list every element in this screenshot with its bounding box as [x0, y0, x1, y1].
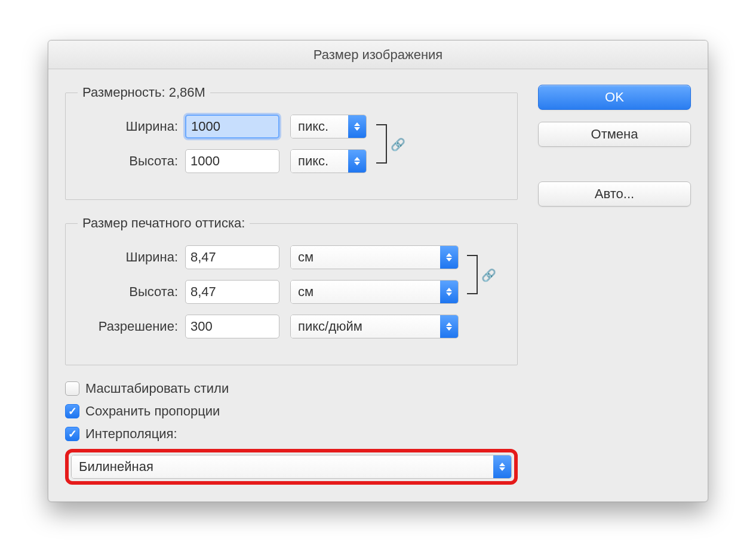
doc-height-input[interactable]: [185, 280, 279, 304]
interpolation-value: Билинейная: [72, 455, 493, 478]
link-icon: 🔗: [391, 137, 405, 152]
doc-height-unit-select[interactable]: см: [290, 280, 459, 304]
doc-width-label: Ширина:: [78, 250, 185, 265]
resample-checkbox[interactable]: ✓: [65, 427, 79, 441]
pixel-width-input[interactable]: [185, 115, 279, 138]
stepper-arrows-icon: [493, 455, 511, 478]
stepper-arrows-icon: [348, 150, 366, 173]
resolution-input[interactable]: [185, 315, 279, 338]
pixel-dimensions-group: Размерность: 2,86M Ширина: пикс. Высота:: [65, 85, 518, 200]
auto-button[interactable]: Авто...: [538, 181, 691, 207]
resample-row[interactable]: ✓ Интерполяция:: [65, 426, 518, 442]
pixel-height-label: Высота:: [78, 153, 185, 169]
document-size-group: Размер печатного оттиска: Ширина: см Выс…: [65, 215, 518, 365]
doc-width-input[interactable]: [185, 245, 279, 269]
interpolation-highlight: Билинейная: [65, 449, 518, 485]
resolution-label: Разрешение:: [78, 319, 185, 334]
stepper-arrows-icon: [348, 115, 366, 138]
doc-width-row: Ширина: см: [78, 245, 505, 269]
stepper-arrows-icon: [440, 315, 458, 338]
scale-styles-row[interactable]: Масштабировать стили: [65, 381, 518, 396]
scale-styles-checkbox[interactable]: [65, 381, 79, 396]
dialog-body: Размерность: 2,86M Ширина: пикс. Высота:: [48, 69, 708, 501]
scale-styles-label: Масштабировать стили: [85, 381, 229, 396]
doc-height-label: Высота:: [78, 284, 185, 300]
link-icon: 🔗: [481, 268, 496, 282]
pixel-width-label: Ширина:: [78, 119, 185, 134]
pixel-height-unit-value: пикс.: [291, 150, 348, 173]
pixel-dimensions-legend: Размерность: 2,86M: [78, 85, 210, 100]
ok-button[interactable]: OK: [538, 85, 691, 110]
doc-width-unit-value: см: [291, 246, 440, 269]
pixel-width-unit-select[interactable]: пикс.: [290, 115, 367, 138]
pixel-height-row: Высота: пикс.: [78, 149, 505, 173]
stepper-arrows-icon: [440, 281, 458, 303]
doc-height-row: Высота: см: [78, 280, 505, 304]
dialog-title: Размер изображения: [48, 41, 708, 69]
stepper-arrows-icon: [440, 246, 458, 269]
constrain-link-bracket: [376, 124, 387, 164]
interpolation-select[interactable]: Билинейная: [71, 455, 512, 479]
constrain-link-bracket-2: [467, 255, 478, 294]
doc-height-unit-value: см: [291, 281, 440, 303]
pixel-height-unit-select[interactable]: пикс.: [290, 149, 367, 173]
constrain-proportions-checkbox[interactable]: ✓: [65, 404, 79, 418]
resample-label: Интерполяция:: [85, 426, 177, 442]
pixel-height-input[interactable]: [185, 149, 279, 173]
constrain-proportions-label: Сохранить пропорции: [85, 404, 220, 419]
right-column: OK Отмена Авто...: [538, 85, 691, 485]
resolution-row: Разрешение: пикс/дюйм: [78, 315, 505, 338]
cancel-button[interactable]: Отмена: [538, 122, 691, 147]
resolution-unit-value: пикс/дюйм: [291, 315, 440, 338]
resolution-unit-select[interactable]: пикс/дюйм: [290, 315, 459, 338]
left-column: Размерность: 2,86M Ширина: пикс. Высота:: [65, 85, 518, 485]
document-size-legend: Размер печатного оттиска:: [78, 215, 250, 231]
image-size-dialog: Размер изображения Размерность: 2,86M Ши…: [48, 40, 708, 502]
constrain-proportions-row[interactable]: ✓ Сохранить пропорции: [65, 404, 518, 419]
pixel-width-unit-value: пикс.: [291, 115, 348, 138]
doc-width-unit-select[interactable]: см: [290, 245, 459, 269]
pixel-width-row: Ширина: пикс.: [78, 115, 505, 138]
